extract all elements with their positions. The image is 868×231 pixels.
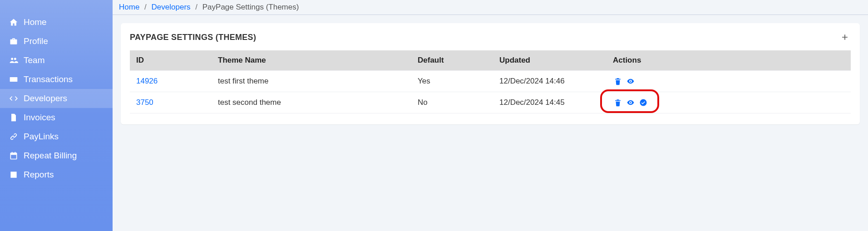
themes-table: ID Theme Name Default Updated Actions 14…: [130, 50, 851, 113]
breadcrumb-home[interactable]: Home: [119, 3, 139, 11]
sidebar-item-home[interactable]: Home: [0, 13, 113, 32]
theme-actions: [607, 92, 851, 113]
theme-updated: 12/Dec/2024 14:45: [493, 92, 607, 113]
sidebar-item-label: Transactions: [24, 74, 73, 84]
eye-icon[interactable]: [626, 98, 636, 108]
briefcase-icon: [8, 37, 19, 46]
sidebar-item-label: Team: [24, 55, 44, 65]
breadcrumb-sep: /: [192, 3, 200, 11]
table-row: 14926test first themeYes12/Dec/2024 14:4…: [130, 71, 851, 92]
breadcrumb-sep: /: [142, 3, 149, 11]
theme-name: test second theme: [212, 92, 411, 113]
theme-default: No: [411, 92, 493, 113]
th-default: Default: [411, 50, 493, 71]
table-header-row: ID Theme Name Default Updated Actions: [130, 50, 851, 71]
th-name: Theme Name: [212, 50, 411, 71]
code-icon: [8, 94, 19, 103]
theme-actions: [607, 71, 851, 92]
sidebar-item-team[interactable]: Team: [0, 51, 113, 70]
theme-default: Yes: [411, 71, 493, 92]
users-icon: [8, 56, 19, 65]
theme-id-link[interactable]: 14926: [136, 77, 158, 85]
sidebar-item-label: Repeat Billing: [24, 151, 77, 161]
sidebar-item-paylinks[interactable]: PayLinks: [0, 127, 113, 146]
breadcrumb-developers[interactable]: Developers: [152, 3, 191, 11]
sidebar-item-profile[interactable]: Profile: [0, 32, 113, 51]
sidebar-item-label: Reports: [24, 170, 54, 180]
sidebar-item-reports[interactable]: Reports: [0, 165, 113, 184]
calendar-icon: [8, 151, 19, 160]
th-id: ID: [130, 50, 212, 71]
sidebar-item-label: Home: [24, 17, 47, 27]
sidebar-item-repeat-billing[interactable]: Repeat Billing: [0, 146, 113, 165]
th-actions: Actions: [607, 50, 851, 71]
breadcrumb: Home / Developers / PayPage Settings (Th…: [113, 0, 868, 15]
link-icon: [8, 132, 19, 141]
check-circle-icon[interactable]: [638, 98, 648, 108]
sidebar-item-transactions[interactable]: Transactions: [0, 70, 113, 89]
sidebar-item-label: Developers: [24, 93, 67, 103]
th-updated: Updated: [493, 50, 607, 71]
sidebar-item-label: PayLinks: [24, 132, 59, 142]
report-icon: [8, 170, 19, 179]
sidebar-item-label: Profile: [24, 36, 48, 46]
theme-name: test first theme: [212, 71, 411, 92]
card-title: PAYPAGE SETTINGS (THEMES): [130, 33, 256, 42]
sidebar-item-invoices[interactable]: Invoices: [0, 108, 113, 127]
eye-icon[interactable]: [626, 76, 636, 86]
card-icon: [8, 75, 19, 84]
file-icon: [8, 113, 19, 122]
sidebar-item-developers[interactable]: Developers: [0, 89, 113, 108]
table-row: 3750test second themeNo12/Dec/2024 14:45: [130, 92, 851, 113]
themes-card: PAYPAGE SETTINGS (THEMES) ID Theme Name …: [121, 23, 860, 124]
home-icon: [8, 18, 19, 27]
theme-id-link[interactable]: 3750: [136, 98, 153, 107]
theme-updated: 12/Dec/2024 14:46: [493, 71, 607, 92]
breadcrumb-current: PayPage Settings (Themes): [202, 3, 299, 11]
trash-icon[interactable]: [613, 98, 623, 108]
sidebar: Home Profile Team Transactions Developer…: [0, 0, 113, 231]
trash-icon[interactable]: [613, 76, 623, 86]
add-theme-button[interactable]: [839, 31, 851, 43]
content-wrap: PAYPAGE SETTINGS (THEMES) ID Theme Name …: [113, 15, 868, 133]
card-header: PAYPAGE SETTINGS (THEMES): [130, 31, 851, 43]
svg-point-0: [640, 99, 647, 106]
sidebar-item-label: Invoices: [24, 113, 55, 123]
main-area: Home / Developers / PayPage Settings (Th…: [113, 0, 868, 231]
